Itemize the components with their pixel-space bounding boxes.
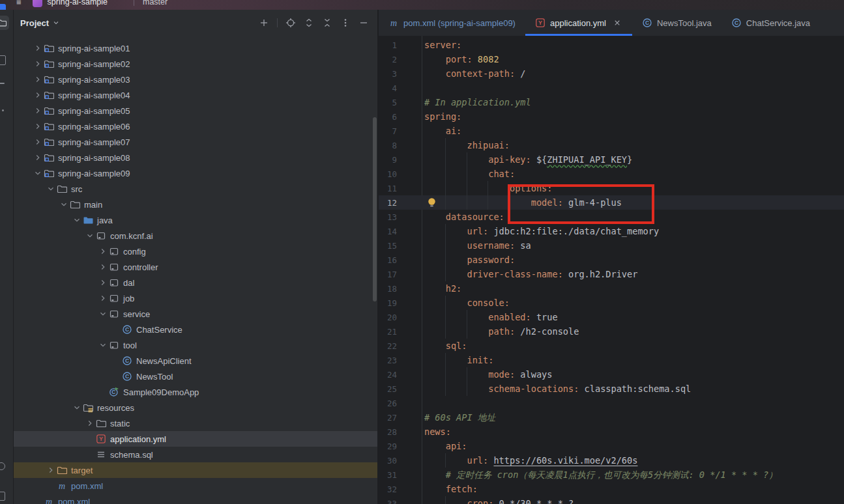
chevron-down-icon[interactable]	[97, 309, 109, 319]
close-icon[interactable]	[613, 18, 622, 28]
tab-chatservice-java[interactable]: CChatService.java	[721, 10, 820, 36]
code-line-33[interactable]: 33 cron: 0 */30 * * * ?	[379, 496, 844, 504]
tree-item-application-yml[interactable]: Yapplication.yml	[14, 431, 377, 447]
chevron-right-icon[interactable]	[32, 59, 44, 69]
chevron-right-icon[interactable]	[32, 74, 44, 85]
tree-item-spring-ai-sample03[interactable]: spring-ai-sample03	[14, 72, 377, 87]
locate-button[interactable]	[285, 17, 297, 29]
chevron-right-icon[interactable]	[97, 262, 109, 272]
tree-item-sample09demoapp[interactable]: CSample09DemoApp	[14, 384, 377, 400]
code-line-4[interactable]: 4	[379, 81, 844, 95]
tree-item-pom-xml[interactable]: mpom.xml	[14, 494, 377, 504]
chevron-right-icon[interactable]	[32, 137, 44, 147]
tree-item-service[interactable]: service	[14, 306, 377, 322]
tree-item-spring-ai-sample09[interactable]: spring-ai-sample09	[14, 165, 377, 181]
search-icon[interactable]	[0, 462, 5, 470]
tree-item-java[interactable]: java	[14, 212, 377, 228]
chevron-right-icon[interactable]	[32, 121, 44, 132]
code-line-6[interactable]: 6spring:	[379, 109, 844, 124]
chevron-right-icon[interactable]	[32, 105, 44, 116]
tree-item-target[interactable]: target	[14, 462, 377, 478]
code-line-18[interactable]: 18 h2:	[379, 281, 844, 296]
tree-item-resources[interactable]: resources	[14, 400, 377, 415]
code-line-32[interactable]: 32 fetch:	[379, 482, 844, 496]
project-tool-icon[interactable]	[0, 16, 9, 30]
tab-newstool-java[interactable]: CNewsTool.java	[632, 10, 721, 36]
code-line-26[interactable]: 26	[379, 396, 844, 410]
code-line-10[interactable]: 10 chat:	[379, 167, 844, 181]
git-branch-label[interactable]: master	[143, 0, 167, 7]
code-line-31[interactable]: 31 # 定时任务 cron（每天凌晨1点执行，也可改为每5分钟测试: 0 */…	[379, 468, 844, 482]
code-line-8[interactable]: 8 zhipuai:	[379, 138, 844, 152]
tree-scrollbar[interactable]	[373, 117, 377, 301]
chevron-right-icon[interactable]	[32, 90, 44, 100]
tree-item-spring-ai-sample01[interactable]: spring-ai-sample01	[14, 40, 377, 56]
code-line-19[interactable]: 19 console:	[379, 296, 844, 310]
tab-application-yml[interactable]: Yapplication.yml	[525, 10, 632, 36]
collapse-all-button[interactable]	[321, 17, 333, 29]
tree-item-spring-ai-sample08[interactable]: spring-ai-sample08	[14, 150, 377, 165]
chevron-down-icon[interactable]	[97, 340, 109, 350]
editor-content[interactable]: 1server:2 port: 80823 context-path: /45#…	[379, 36, 844, 504]
chevron-right-icon[interactable]	[32, 43, 44, 53]
tree-item-com-kcnf-ai[interactable]: com.kcnf.ai	[14, 228, 377, 244]
code-line-15[interactable]: 15 username: sa	[379, 238, 844, 253]
tree-item-chatservice[interactable]: CChatService	[14, 322, 377, 337]
tree-item-controller[interactable]: controller	[14, 259, 377, 275]
code-line-28[interactable]: 28news:	[379, 425, 844, 439]
tree-item-newsapiclient[interactable]: CNewsApiClient	[14, 353, 377, 369]
chevron-down-icon[interactable]	[71, 215, 83, 225]
main-menu-icon[interactable]: ≡	[16, 0, 22, 7]
tree-item-pom-xml[interactable]: mpom.xml	[14, 478, 377, 494]
tree-item-spring-ai-sample05[interactable]: spring-ai-sample05	[14, 103, 377, 119]
chevron-down-icon[interactable]	[32, 168, 44, 178]
add-button[interactable]	[258, 17, 270, 29]
code-line-1[interactable]: 1server:	[379, 38, 844, 52]
code-line-3[interactable]: 3 context-path: /	[379, 66, 844, 81]
chevron-down-icon[interactable]	[58, 199, 70, 210]
tree-item-spring-ai-sample02[interactable]: spring-ai-sample02	[14, 56, 377, 72]
code-line-24[interactable]: 24 mode: always	[379, 367, 844, 382]
code-line-7[interactable]: 7 ai:	[379, 124, 844, 138]
intention-bulb-icon[interactable]	[427, 197, 437, 208]
structure-tool-icon[interactable]	[0, 83, 5, 84]
tree-item-dal[interactable]: dal	[14, 275, 377, 290]
code-line-30[interactable]: 30 url: https://60s.viki.moe/v2/60s	[379, 453, 844, 468]
code-line-23[interactable]: 23 init:	[379, 353, 844, 367]
chevron-down-icon[interactable]	[45, 184, 57, 194]
tree-item-spring-ai-sample07[interactable]: spring-ai-sample07	[14, 134, 377, 150]
tab-pom-xml-spring-ai-sample09-[interactable]: mpom.xml (spring-ai-sample09)	[379, 10, 525, 36]
code-line-27[interactable]: 27# 60s API 地址	[379, 410, 844, 425]
more-tools-icon[interactable]	[2, 109, 4, 111]
chevron-right-icon[interactable]	[97, 246, 109, 257]
tree-item-src[interactable]: src	[14, 181, 377, 197]
tree-item-config[interactable]: config	[14, 244, 377, 259]
code-line-22[interactable]: 22 sql:	[379, 339, 844, 353]
code-line-9[interactable]: 9 api-key: ${ZHIPUAI_API_KEY}	[379, 152, 844, 167]
tree-item-tool[interactable]: tool	[14, 337, 377, 353]
code-line-29[interactable]: 29 api:	[379, 439, 844, 453]
project-panel-title[interactable]: Project	[20, 18, 49, 28]
services-tool-icon[interactable]	[0, 492, 5, 501]
hide-button[interactable]	[358, 17, 370, 29]
code-line-20[interactable]: 20 enabled: true	[379, 310, 844, 324]
chevron-right-icon[interactable]	[97, 277, 109, 288]
chevron-right-icon[interactable]	[45, 465, 57, 475]
tree-item-newstool[interactable]: CNewsTool	[14, 369, 377, 384]
chevron-down-icon[interactable]	[71, 402, 83, 413]
code-line-17[interactable]: 17 driver-class-name: org.h2.Driver	[379, 267, 844, 281]
tree-item-job[interactable]: job	[14, 290, 377, 306]
tree-item-main[interactable]: main	[14, 197, 377, 212]
code-line-21[interactable]: 21 path: /h2-console	[379, 324, 844, 339]
chevron-right-icon[interactable]	[84, 418, 96, 428]
tree-item-static[interactable]: static	[14, 415, 377, 431]
code-line-25[interactable]: 25 schema-locations: classpath:schema.sq…	[379, 382, 844, 396]
code-line-2[interactable]: 2 port: 8082	[379, 52, 844, 66]
chevron-right-icon[interactable]	[97, 293, 109, 303]
tree-item-spring-ai-sample06[interactable]: spring-ai-sample06	[14, 119, 377, 134]
code-line-14[interactable]: 14 url: jdbc:h2:file:./data/chat_memory	[379, 224, 844, 238]
commit-tool-icon[interactable]	[0, 55, 6, 65]
code-line-5[interactable]: 5# In application.yml	[379, 95, 844, 109]
code-line-16[interactable]: 16 password:	[379, 253, 844, 267]
expand-all-button[interactable]	[303, 17, 315, 29]
